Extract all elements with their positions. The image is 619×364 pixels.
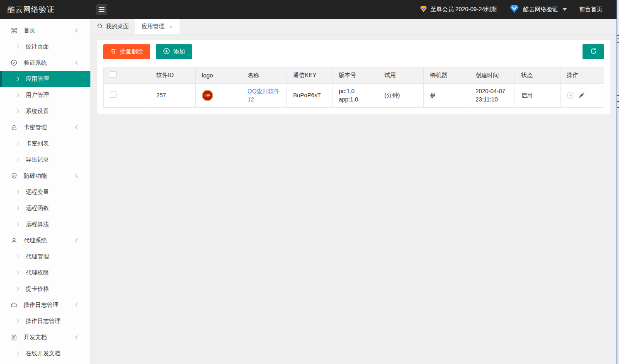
topbar: 酷云网络验证 至尊会员 2020-09-24到期 酷云网络验证 前台首页	[0, 0, 619, 19]
sidebar-group-dev-docs[interactable]: 开发文档	[0, 329, 90, 345]
chevron-right-icon	[15, 287, 19, 291]
sidebar-group-card-management[interactable]: 卡密管理	[0, 119, 90, 135]
main-content: 批量删除 添加 软件	[91, 34, 617, 364]
chevron-right-icon	[15, 190, 19, 194]
column-header-comm-key: 通信KEY	[287, 67, 333, 84]
select-all-checkbox[interactable]	[110, 71, 117, 78]
avatar-gem-icon	[509, 4, 519, 15]
sidebar-group-anti-crack[interactable]: 防破功能	[0, 168, 90, 184]
table-row: 257 VIP QQ查封软件12 BuPoP6sT pc:1.0 app:1.0…	[104, 84, 604, 108]
tabbar: 我的桌面 应用管理 ×	[91, 19, 617, 34]
chevron-left-icon	[75, 303, 80, 307]
sidebar-group-agent-system[interactable]: 代理系统	[0, 232, 90, 248]
chevron-right-icon	[15, 109, 19, 113]
sidebar-item-stats-page[interactable]: 统计页面	[0, 39, 90, 55]
row-checkbox[interactable]	[110, 91, 117, 98]
column-header-logo: logo	[196, 67, 241, 84]
account-menu[interactable]: 酷云网络验证	[509, 4, 567, 15]
sidebar-item-remote-functions[interactable]: 远程函数	[0, 200, 90, 216]
sidebar-group-operation-logs[interactable]: 操作日志管理	[0, 297, 90, 313]
download-circle-icon[interactable]	[567, 92, 575, 99]
shield-check-icon	[10, 172, 17, 179]
tab-app-management[interactable]: 应用管理 ×	[135, 19, 180, 34]
sidebar-item-online-dev-docs[interactable]: 在线开发文档	[0, 345, 90, 362]
topbar-right: 至尊会员 2020-09-24到期 酷云网络验证 前台首页	[420, 4, 619, 15]
edit-pencil-icon[interactable]	[578, 92, 585, 99]
sidebar-item-user-management[interactable]: 用户管理	[0, 87, 90, 103]
sidebar-item-remote-algorithms[interactable]: 远程算法	[0, 216, 90, 232]
cell-comm-key: BuPoP6sT	[287, 84, 333, 108]
column-header-name: 名称	[241, 67, 287, 84]
sidebar-item-card-list[interactable]: 卡密列表	[0, 135, 90, 152]
tab-label: 我的桌面	[106, 23, 129, 30]
chevron-right-icon	[15, 93, 19, 97]
sidebar-group-label: 首页	[24, 27, 35, 34]
tab-my-desktop[interactable]: 我的桌面	[91, 19, 135, 34]
chevron-right-icon	[15, 142, 19, 146]
sidebar-group-label: 开发文档	[24, 334, 47, 341]
add-button[interactable]: 添加	[156, 44, 192, 59]
sidebar-item-remote-variables[interactable]: 远程变量	[0, 184, 90, 200]
home-icon	[97, 23, 103, 30]
sidebar-item-operation-logs[interactable]: 操作日志管理	[0, 313, 90, 329]
close-icon[interactable]: ×	[169, 23, 173, 30]
refresh-button[interactable]	[583, 44, 604, 59]
lock-icon	[10, 124, 17, 131]
chevron-left-icon	[75, 61, 80, 65]
column-header-trial: 试用	[378, 67, 424, 84]
cell-version: pc:1.0 app:1.0	[333, 84, 378, 108]
vip-expiry-label: 至尊会员 2020-09-24到期	[430, 6, 497, 13]
batch-delete-button[interactable]: 批量删除	[103, 44, 150, 59]
sidebar-item-agent-management[interactable]: 代理管理	[0, 248, 90, 265]
table-header-row: 软件ID logo 名称 通信KEY 版本号 试用 绑机器 创建时间 状态 操作	[104, 67, 604, 84]
refresh-icon	[590, 47, 597, 56]
vip-status[interactable]: 至尊会员 2020-09-24到期	[420, 5, 497, 14]
chevron-left-icon	[75, 335, 80, 340]
app-management-card: 批量删除 添加 软件	[97, 40, 610, 114]
created-time: 23:11:10	[476, 95, 508, 104]
command-icon	[10, 27, 17, 34]
chevron-right-icon	[15, 255, 19, 259]
version-pc: pc:1.0	[339, 87, 371, 95]
chevron-right-icon	[15, 206, 19, 210]
cell-actions	[561, 84, 604, 108]
sidebar-group-verify-system[interactable]: 验证系统	[0, 55, 90, 71]
sidebar-item-export-records[interactable]: 导出记录	[0, 152, 90, 168]
sidebar-item-system-settings[interactable]: 系统设置	[0, 103, 90, 119]
sidebar-group-label: 操作日志管理	[24, 301, 58, 309]
column-header-created-at: 创建时间	[469, 67, 515, 84]
column-header-bind-machine: 绑机器	[424, 67, 469, 84]
front-home-link[interactable]: 前台首页	[579, 6, 602, 13]
apps-table: 软件ID logo 名称 通信KEY 版本号 试用 绑机器 创建时间 状态 操作…	[103, 67, 604, 108]
sidebar-item-app-management[interactable]: 应用管理	[0, 71, 90, 87]
cell-created-at: 2020-04-07 23:11:10	[469, 84, 515, 108]
account-name-label: 酷云网络验证	[523, 6, 558, 13]
column-header-version: 版本号	[333, 67, 378, 84]
tab-label: 应用管理	[141, 23, 165, 30]
app-name-link[interactable]: QQ查封软件12	[248, 88, 280, 103]
check-circle-icon	[10, 59, 17, 66]
cell-trial: (分钟)	[378, 84, 424, 108]
menu-toggle-button[interactable]	[96, 4, 107, 15]
sidebar-item-agent-permissions[interactable]: 代理权限	[0, 265, 90, 281]
chevron-left-icon	[75, 29, 80, 33]
cell-status: 启用	[515, 84, 561, 108]
toolbar: 批量删除 添加	[103, 42, 604, 59]
chevron-right-icon	[15, 352, 19, 356]
trash-icon	[110, 48, 117, 55]
chevron-right-icon	[15, 77, 19, 81]
chevron-right-icon	[15, 271, 19, 275]
sidebar-group-label: 代理系统	[24, 237, 47, 244]
vip-logo-badge: VIP	[202, 90, 213, 101]
sidebar-group-home[interactable]: 首页	[0, 22, 90, 39]
cell-software-id: 257	[150, 84, 196, 108]
chevron-right-icon	[15, 222, 19, 227]
vip-gem-icon	[420, 5, 427, 14]
cloud-icon	[10, 301, 17, 309]
chevron-left-icon	[75, 239, 80, 243]
column-header-status: 状态	[515, 67, 561, 84]
sidebar-item-card-prices[interactable]: 提卡价格	[0, 281, 90, 297]
scrollbar[interactable]	[617, 0, 619, 364]
scrollbar-track-line	[617, 0, 617, 364]
created-date: 2020-04-07	[476, 87, 508, 95]
